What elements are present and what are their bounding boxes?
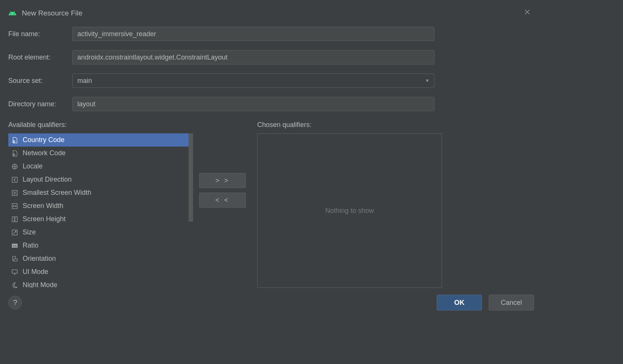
close-icon[interactable] <box>520 7 534 19</box>
orientation-icon <box>11 255 19 263</box>
add-qualifier-button[interactable]: > > <box>199 173 246 188</box>
directory-name-input[interactable] <box>72 97 434 111</box>
list-item[interactable]: 4:3Ratio <box>8 239 193 252</box>
file-name-label: File name: <box>8 30 72 38</box>
chosen-qualifiers-header: Chosen qualifiers: <box>257 121 442 129</box>
list-item[interactable]: Locale <box>8 160 193 173</box>
list-item[interactable]: UI Mode <box>8 265 193 278</box>
file-name-input[interactable] <box>72 27 434 41</box>
list-item-label: Orientation <box>23 255 56 263</box>
monitor-icon <box>11 268 19 276</box>
list-item-label: Size <box>23 228 36 236</box>
list-item-label: Screen Height <box>23 215 66 223</box>
list-item-label: Locale <box>23 162 43 170</box>
available-qualifiers-header: Available qualifiers: <box>8 121 193 129</box>
list-item-label: Network Code <box>23 149 66 157</box>
root-element-label: Root element: <box>8 54 72 61</box>
list-item[interactable]: Night Mode <box>8 278 193 288</box>
list-item[interactable]: Screen Width <box>8 199 193 213</box>
arrows-h-icon <box>11 202 19 210</box>
arrows-v-icon <box>11 215 19 223</box>
svg-rect-11 <box>14 259 17 261</box>
night-icon <box>11 281 19 288</box>
list-item[interactable]: Country Code <box>8 133 193 147</box>
list-item[interactable]: Smallest Screen Width <box>8 186 193 199</box>
globe-icon <box>11 162 19 171</box>
scrollbar-thumb[interactable] <box>189 133 193 222</box>
list-item-label: Smallest Screen Width <box>23 189 91 197</box>
list-item[interactable]: Orientation <box>8 252 193 265</box>
help-button[interactable]: ? <box>8 296 22 309</box>
file-globe-icon <box>11 136 19 144</box>
list-item-label: Screen Width <box>23 202 63 210</box>
ratio-43-icon: 4:3 <box>11 242 19 250</box>
source-set-label: Source set: <box>8 77 72 85</box>
android-icon <box>8 9 17 17</box>
list-item-label: UI Mode <box>23 268 48 276</box>
empty-placeholder: Nothing to show <box>325 207 374 215</box>
arrow-expand-icon <box>11 228 19 237</box>
list-item-label: Layout Direction <box>23 176 72 184</box>
source-set-value: main <box>77 77 92 85</box>
arrows-out-icon <box>11 189 19 197</box>
chevron-down-icon: ▼ <box>425 78 430 83</box>
list-item-label: Night Mode <box>23 281 57 288</box>
ok-button[interactable]: OK <box>437 295 482 310</box>
dialog-title: New Resource File <box>22 9 83 17</box>
list-item[interactable]: Layout Direction <box>8 173 193 186</box>
remove-qualifier-button[interactable]: < < <box>199 193 246 208</box>
root-element-input[interactable] <box>72 50 434 64</box>
list-item-label: Ratio <box>23 242 38 249</box>
svg-text:4:3: 4:3 <box>13 245 17 247</box>
list-item[interactable]: Screen Height <box>8 213 193 226</box>
svg-rect-3 <box>12 177 17 182</box>
list-item[interactable]: Size <box>8 226 193 239</box>
list-item[interactable]: Network Code <box>8 147 193 160</box>
file-globe-icon <box>11 149 19 158</box>
available-qualifiers-list[interactable]: Country CodeNetwork CodeLocaleLayout Dir… <box>8 133 193 288</box>
arrow-left-box-icon <box>11 176 19 184</box>
directory-name-label: Directory name: <box>8 100 72 108</box>
list-item-label: Country Code <box>23 136 64 144</box>
svg-rect-12 <box>12 270 17 273</box>
source-set-select[interactable]: main ▼ <box>72 73 434 88</box>
cancel-button[interactable]: Cancel <box>489 295 534 310</box>
chosen-qualifiers-list[interactable]: Nothing to show <box>257 133 442 288</box>
